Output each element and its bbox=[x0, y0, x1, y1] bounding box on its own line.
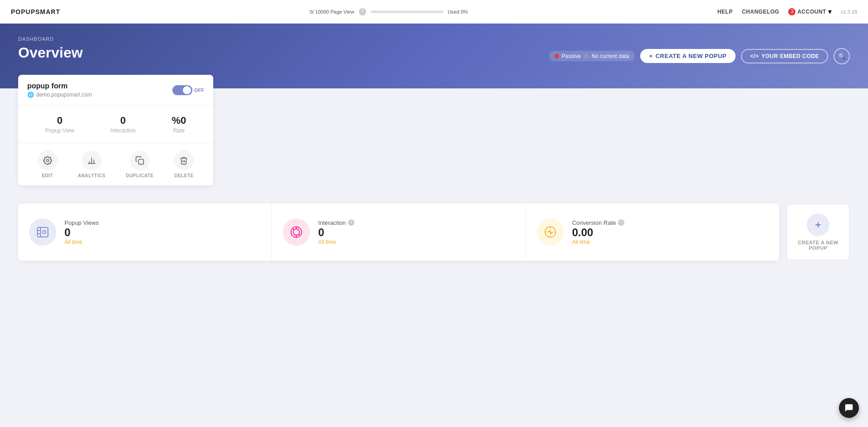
delete-label: DELETE bbox=[174, 173, 193, 178]
metric-popup-views-info: Popup Views 0 All time bbox=[64, 219, 99, 245]
popup-card-domain: 🌐 demo.popupsmart.com bbox=[27, 92, 92, 98]
status-badge: Passive ⚠ No current data bbox=[549, 51, 635, 61]
stat-label-2: Rate bbox=[172, 127, 186, 134]
delete-icon bbox=[174, 150, 194, 170]
metric-interaction: Interaction ? 0 All time bbox=[272, 204, 525, 261]
analytics-icon bbox=[82, 150, 102, 170]
interaction-title: Interaction ? bbox=[318, 219, 354, 226]
stat-interaction: 0 Interaction bbox=[110, 115, 136, 134]
changelog-link[interactable]: CHANGELOG bbox=[742, 9, 780, 15]
interaction-sub: All time bbox=[318, 239, 354, 245]
chevron-down-icon: ▾ bbox=[828, 7, 832, 16]
passive-label: Passive bbox=[562, 53, 581, 59]
top-nav: POPUPSMART 0/ 10000 Page View ? Used 0% … bbox=[0, 0, 868, 24]
account-label: ACCOUNT bbox=[797, 9, 826, 15]
edit-button[interactable]: EDIT bbox=[38, 150, 58, 178]
edit-icon bbox=[38, 150, 58, 170]
svg-point-9 bbox=[293, 229, 299, 235]
toggle-thumb bbox=[183, 86, 191, 94]
domain-label: demo.popupsmart.com bbox=[36, 92, 92, 98]
nav-right: HELP CHANGELOG 3 ACCOUNT ▾ v1.3.29 bbox=[717, 7, 857, 16]
popup-card-title: popup form bbox=[27, 82, 92, 90]
stat-value-2: %0 bbox=[172, 115, 186, 126]
used-label: Used 0% bbox=[448, 9, 468, 15]
stat-value-0: 0 bbox=[45, 115, 74, 126]
logo: POPUPSMART bbox=[11, 8, 60, 15]
duplicate-label: DUPLICATE bbox=[126, 173, 153, 178]
warning-icon: ⚠ bbox=[584, 53, 589, 59]
interaction-icon-wrap bbox=[283, 218, 310, 246]
conversion-sub: All time bbox=[572, 239, 625, 245]
svg-line-13 bbox=[299, 234, 300, 236]
interaction-help-icon[interactable]: ? bbox=[348, 219, 354, 226]
help-link[interactable]: HELP bbox=[717, 9, 733, 15]
conversion-help-icon[interactable]: ? bbox=[618, 219, 624, 226]
globe-icon: 🌐 bbox=[27, 92, 34, 98]
popup-views-sub: All time bbox=[64, 239, 99, 245]
passive-dot-icon bbox=[554, 54, 559, 58]
chat-bubble[interactable] bbox=[839, 398, 859, 418]
breadcrumb: DASHBOARD bbox=[18, 36, 850, 42]
metric-interaction-info: Interaction ? 0 All time bbox=[318, 219, 354, 245]
duplicate-icon bbox=[130, 150, 150, 170]
page-view-help-icon[interactable]: ? bbox=[359, 8, 366, 15]
toggle-label: OFF bbox=[194, 87, 204, 93]
delete-button[interactable]: DELETE bbox=[174, 150, 194, 178]
svg-rect-5 bbox=[138, 160, 143, 165]
duplicate-button[interactable]: DUPLICATE bbox=[126, 150, 153, 178]
search-icon: 🔍 bbox=[838, 53, 846, 60]
metric-conversion-info: Conversion Rate ? 0.00 All time bbox=[572, 219, 625, 245]
stat-label-0: Popup View bbox=[45, 127, 74, 134]
popup-card-actions: EDIT ANALYTICS DUPLICATE bbox=[18, 143, 213, 185]
progress-bar bbox=[371, 10, 443, 13]
conversion-title: Conversion Rate ? bbox=[572, 219, 625, 226]
embed-code-button[interactable]: </> YOUR EMBED CODE bbox=[741, 49, 828, 63]
svg-line-12 bbox=[293, 228, 294, 230]
analytics-section: Popup Views 0 All time bbox=[18, 204, 779, 261]
stat-value-1: 0 bbox=[110, 115, 136, 126]
popup-card-header: popup form 🌐 demo.popupsmart.com OFF bbox=[18, 75, 213, 106]
toggle-wrap: OFF bbox=[172, 85, 204, 95]
analytics-row: Popup Views 0 All time bbox=[18, 204, 850, 261]
search-button[interactable]: 🔍 bbox=[834, 48, 850, 64]
create-button-label: CREATE A NEW POPUP bbox=[656, 53, 727, 59]
metric-conversion: Conversion Rate ? 0.00 All time bbox=[526, 204, 779, 261]
account-menu[interactable]: 3 ACCOUNT ▾ bbox=[788, 7, 832, 16]
svg-point-0 bbox=[46, 160, 49, 162]
toggle-switch[interactable] bbox=[172, 85, 192, 95]
analytics-label: ANALYTICS bbox=[78, 173, 106, 178]
nav-center: 0/ 10000 Page View ? Used 0% bbox=[60, 8, 717, 15]
analytics-button[interactable]: ANALYTICS bbox=[78, 150, 106, 178]
embed-icon: </> bbox=[750, 53, 759, 59]
stat-popup-view: 0 Popup View bbox=[45, 115, 74, 134]
stat-rate: %0 Rate bbox=[172, 115, 186, 134]
conversion-icon-wrap bbox=[537, 218, 564, 246]
conversion-value: 0.00 bbox=[572, 226, 625, 239]
create-new-card-label: CREATE A NEW POPUP bbox=[796, 240, 840, 251]
interaction-value: 0 bbox=[318, 226, 354, 239]
create-new-card[interactable]: + CREATE A NEW POPUP bbox=[786, 204, 850, 261]
edit-label: EDIT bbox=[42, 173, 53, 178]
embed-button-label: YOUR EMBED CODE bbox=[761, 53, 819, 59]
main-content: popup form 🌐 demo.popupsmart.com OFF 0 P… bbox=[0, 75, 868, 279]
popup-card: popup form 🌐 demo.popupsmart.com OFF 0 P… bbox=[18, 75, 213, 185]
version-label: v1.3.29 bbox=[841, 9, 857, 15]
popup-card-stats: 0 Popup View 0 Interaction %0 Rate bbox=[18, 106, 213, 143]
popup-views-icon-wrap bbox=[29, 218, 56, 246]
page-view-label: 0/ 10000 Page View bbox=[309, 9, 354, 15]
metric-popup-views: Popup Views 0 All time bbox=[18, 204, 272, 261]
popup-views-value: 0 bbox=[64, 226, 99, 239]
svg-point-7 bbox=[43, 231, 46, 234]
create-new-popup-button[interactable]: + CREATE A NEW POPUP bbox=[640, 49, 736, 63]
plus-icon: + bbox=[649, 53, 653, 59]
no-data-label: No current data bbox=[592, 53, 629, 59]
popup-views-title: Popup Views bbox=[64, 219, 99, 226]
account-badge: 3 bbox=[788, 8, 795, 15]
hero-actions: Passive ⚠ No current data + CREATE A NEW… bbox=[549, 48, 850, 64]
create-new-plus-icon: + bbox=[807, 214, 829, 236]
stat-label-1: Interaction bbox=[110, 127, 136, 134]
